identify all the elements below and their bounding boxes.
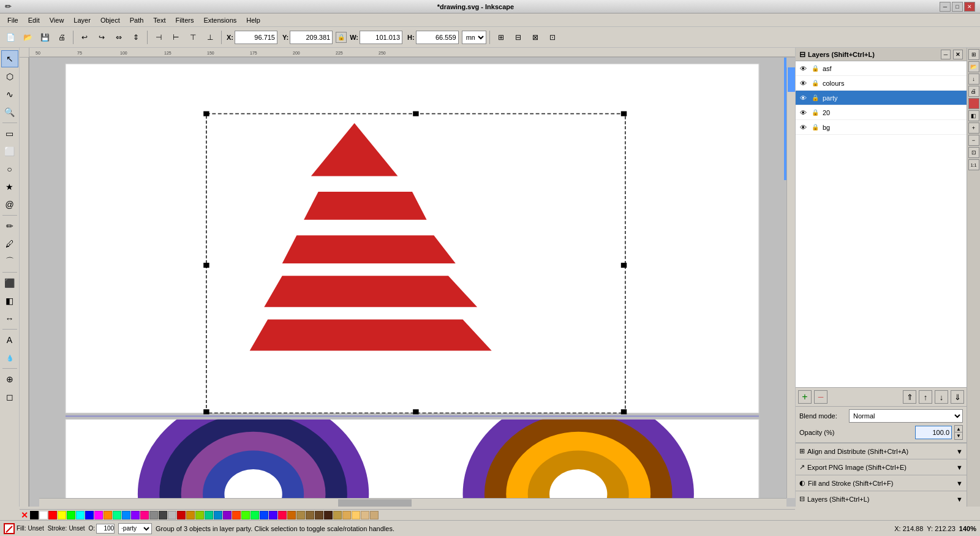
swatch-azure[interactable] [122,511,130,519]
swatch-violet[interactable] [131,511,140,519]
swatch-w9[interactable] [361,511,369,519]
h-input[interactable] [416,31,459,44]
menu-item-view[interactable]: View [45,15,69,25]
layer-row-asf[interactable]: 👁 🔒 asf [796,61,967,76]
tb-align-l[interactable]: ⊣ [151,29,167,45]
swatch-lime[interactable] [195,511,204,519]
fr-fit-btn[interactable]: ⊡ [968,147,979,158]
fr-snap-btn[interactable]: ⊞ [968,49,979,60]
layer-to-top-button[interactable]: ⇑ [903,390,916,404]
fr-zoom-out-btn[interactable]: − [968,135,979,146]
tb-align-c[interactable]: ⊢ [168,29,184,45]
swatch-dark-gray[interactable] [159,511,167,519]
tool-text[interactable]: A [1,331,18,349]
layer-lock-bg[interactable]: 🔒 [810,123,820,132]
tb-open[interactable]: 📂 [20,29,36,45]
swatch-white[interactable] [39,511,48,519]
layer-row-party[interactable]: 👁 🔒 party [796,91,967,105]
fr-print-btn[interactable]: 🖨 [968,86,979,97]
layer-select[interactable]: ·party asf colours 20 bg [118,523,152,534]
swatch-cyan[interactable] [76,511,85,519]
tool-eraser[interactable]: ◻ [1,388,18,406]
fr-zoom-in-btn[interactable]: + [968,123,979,134]
swatch-w10[interactable] [370,511,379,519]
vertical-scrollbar-thumb[interactable] [788,67,795,92]
maximize-button[interactable]: □ [952,2,963,12]
layers-minimize-button[interactable]: ─ [941,50,951,59]
tool-spray[interactable]: ⊕ [1,371,18,388]
swatch-blue[interactable] [85,511,94,519]
canvas[interactable] [29,58,795,507]
opacity-spinner-up[interactable]: ▲ ▼ [954,425,963,440]
swatch-dark-red[interactable] [177,511,186,519]
tool-rect[interactable]: ▭ [1,125,18,142]
swatch-sky[interactable] [214,511,222,519]
swatch-black[interactable] [30,511,39,519]
menu-item-extensions[interactable]: Extensions [198,15,241,25]
tool-node[interactable]: ⬡ [1,68,18,85]
tool-pen[interactable]: 🖊 [1,235,18,252]
layer-up-button[interactable]: ↑ [919,390,932,404]
lock-aspect-button[interactable]: 🔒 [336,32,347,43]
swatch-rose[interactable] [140,511,149,519]
tool-ellipse[interactable]: ○ [1,160,18,178]
swatch-w5[interactable] [324,511,333,519]
swatch-dodger[interactable] [260,511,268,519]
swatch-coral[interactable] [232,511,241,519]
tool-gradient[interactable]: ◧ [1,292,18,309]
unit-select[interactable]: mm px cm in [462,31,486,44]
layer-row-20[interactable]: 👁 🔒 20 [796,105,967,120]
fr-color-btn[interactable] [968,98,979,109]
menu-item-filters[interactable]: Filters [171,15,199,25]
layer-row-colours[interactable]: 👁 🔒 colours [796,76,967,91]
layer-lock-party[interactable]: 🔒 [810,93,820,103]
menu-item-help[interactable]: Help [241,15,265,25]
swatch-w6[interactable] [333,511,342,519]
fr-gradient-btn[interactable]: ◧ [968,110,979,121]
tool-bucket[interactable]: ⬛ [1,274,18,292]
tool-dropper[interactable]: 💧 [1,349,18,366]
swatch-green[interactable] [67,511,75,519]
tool-tweak[interactable]: ∿ [1,86,18,103]
swatch-w2[interactable] [296,511,305,519]
tb-undo[interactable]: ↩ [77,29,92,45]
tool-connector[interactable]: ↔ [1,310,18,327]
tool-zoom[interactable]: 🔍 [1,104,18,121]
menu-item-file[interactable]: File [2,15,23,25]
tb-new[interactable]: 📄 [2,29,18,45]
swatch-magenta[interactable] [94,511,103,519]
tb-save[interactable]: 💾 [37,29,53,45]
tool-calligraphy[interactable]: ⌒ [1,253,18,270]
swatch-yellow[interactable] [58,511,66,519]
snap-btn-3[interactable]: ⊠ [527,29,543,45]
no-color-button[interactable]: ✕ [20,510,29,520]
tb-mirror-v[interactable]: ⇕ [128,29,144,45]
swatch-orange[interactable] [104,511,112,519]
tb-mirror-h[interactable]: ⇔ [111,29,127,45]
swatch-spring[interactable] [113,511,121,519]
layer-down-button[interactable]: ↓ [935,390,948,404]
swatch-mint[interactable] [251,511,259,519]
swatch-indigo[interactable] [269,511,277,519]
menu-item-path[interactable]: Path [125,15,149,25]
horizontal-scrollbar-thumb[interactable] [338,499,412,507]
swatch-w4[interactable] [315,511,323,519]
panel-layers[interactable]: ⊟ Layers (Shift+Ctrl+L) ▼ [796,491,967,507]
swatch-teal[interactable] [205,511,213,519]
tool-3dbox[interactable]: ⬜ [1,143,18,160]
menu-item-text[interactable]: Text [148,15,170,25]
tool-selector[interactable]: ↖ [1,50,18,67]
swatch-w8[interactable] [352,511,360,519]
layer-lock-colours[interactable]: 🔒 [810,78,820,88]
snap-btn-4[interactable]: ⊡ [545,29,560,45]
panel-export[interactable]: ↗ Export PNG Image (Shift+Ctrl+E) ▼ [796,459,967,475]
tool-star[interactable]: ★ [1,178,18,195]
panel-fill[interactable]: ◐ Fill and Stroke (Shift+Ctrl+F) ▼ [796,475,967,491]
x-input[interactable] [235,31,277,44]
tb-align-r[interactable]: ⊤ [185,29,201,45]
tool-spiral[interactable]: @ [1,196,18,213]
snap-btn-1[interactable]: ⊞ [493,29,509,45]
opacity-status-input[interactable] [96,524,115,534]
add-layer-button[interactable]: + [798,390,812,404]
layer-eye-bg[interactable]: 👁 [798,123,808,132]
